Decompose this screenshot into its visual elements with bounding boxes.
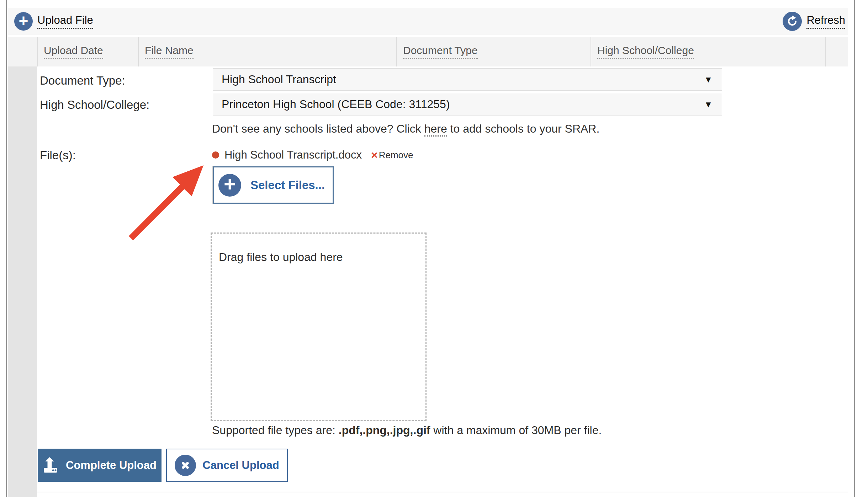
refresh-label: Refresh bbox=[806, 14, 845, 29]
table-header-file-name[interactable]: File Name bbox=[138, 37, 396, 66]
toolbar: + Upload File Refresh bbox=[8, 8, 848, 35]
chevron-down-icon: ▼ bbox=[704, 75, 713, 84]
select-files-button[interactable]: + Select Files... bbox=[213, 166, 334, 204]
drag-drop-hint: Drag files to upload here bbox=[219, 251, 425, 264]
supported-file-types-text: Supported file types are: .pdf,.png,.jpg… bbox=[212, 424, 602, 437]
upload-file-panel: + Upload File Refresh Upload Date File N… bbox=[0, 0, 868, 497]
files-label: File(s): bbox=[40, 149, 76, 162]
table-header-cell-empty bbox=[8, 37, 37, 66]
file-name: High School Transcript.docx bbox=[224, 149, 362, 161]
document-type-label: Document Type: bbox=[40, 74, 125, 87]
complete-upload-button[interactable]: Complete Upload bbox=[38, 449, 162, 482]
file-bullet-icon bbox=[212, 151, 219, 159]
table-header-document-type[interactable]: Document Type bbox=[396, 37, 591, 66]
refresh-button[interactable]: Refresh bbox=[783, 12, 845, 31]
upload-file-label: Upload File bbox=[37, 14, 93, 29]
remove-file-button[interactable]: × Remove bbox=[371, 149, 413, 161]
high-school-college-select[interactable]: Princeton High School (CEEB Code: 311255… bbox=[213, 93, 722, 116]
add-school-here-link[interactable]: here bbox=[424, 122, 447, 137]
chevron-down-icon: ▼ bbox=[704, 100, 713, 109]
upload-icon bbox=[43, 457, 60, 473]
refresh-icon bbox=[783, 12, 802, 31]
expanded-row-gutter bbox=[8, 66, 37, 497]
cancel-upload-button[interactable]: Cancel Upload bbox=[166, 449, 288, 482]
plus-icon: + bbox=[218, 174, 241, 197]
row-divider bbox=[37, 492, 848, 492]
table-header-cell-spacer bbox=[825, 37, 848, 66]
plus-icon: + bbox=[14, 12, 33, 31]
cancel-x-icon bbox=[175, 455, 196, 476]
drag-drop-zone[interactable]: Drag files to upload here bbox=[211, 233, 427, 421]
page-left-border bbox=[6, 0, 7, 497]
table-header: Upload Date File Name Document Type High… bbox=[8, 37, 848, 66]
remove-x-icon: × bbox=[371, 149, 378, 161]
page-right-border bbox=[854, 0, 855, 497]
high-school-college-label: High School/College: bbox=[40, 98, 149, 112]
upload-file-button[interactable]: + Upload File bbox=[14, 12, 93, 31]
table-header-upload-date[interactable]: Upload Date bbox=[37, 37, 138, 66]
document-type-select[interactable]: High School Transcript ▼ bbox=[213, 68, 722, 91]
table-header-high-school-college[interactable]: High School/College bbox=[591, 37, 825, 66]
uploaded-file-item: High School Transcript.docx × Remove bbox=[212, 149, 413, 161]
school-help-text: Don't see any schools listed above? Clic… bbox=[212, 122, 599, 135]
